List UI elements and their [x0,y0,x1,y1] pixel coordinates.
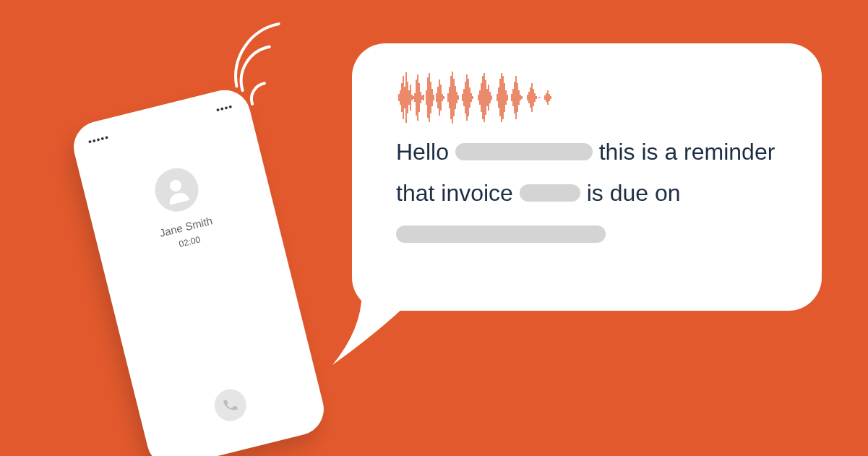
phone-mockup: ●●●●● ●●●● Jane Smith 02:00 [68,85,329,456]
svg-point-0 [168,178,182,192]
call-timer: 02:00 [178,234,202,249]
status-right: ●●●● [215,103,233,113]
speech-bubble-tail [318,257,426,365]
placeholder-date [396,225,606,243]
caller-avatar [150,163,203,216]
caller-name: Jane Smith [158,214,214,239]
audio-waveform-icon [396,69,613,126]
msg-text-3: is due on [587,180,681,206]
hangup-button[interactable] [211,386,249,424]
phone-hangup-icon [220,395,240,415]
illustration-stage: ●●●●● ●●●● Jane Smith 02:00 [0,0,868,456]
user-icon [159,172,194,207]
placeholder-invoice [520,184,580,202]
placeholder-name [455,143,593,160]
voicemail-script: Hello this is a reminder that invoice is… [396,132,801,255]
msg-text-1: Hello [396,139,455,165]
phone-status-bar: ●●●●● ●●●● [79,95,241,150]
status-left: ●●●●● [87,133,110,145]
